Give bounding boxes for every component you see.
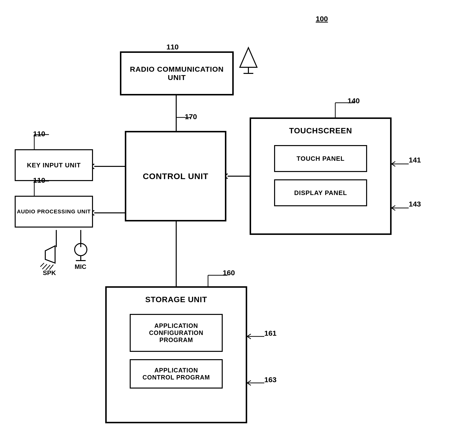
- app-control-program-box: APPLICATION CONTROL PROGRAM: [130, 359, 223, 389]
- ref-110-radio: 110: [166, 43, 179, 51]
- ref-110-key: 110: [33, 130, 45, 138]
- ref-141: 141: [409, 156, 421, 164]
- touch-panel-label: TOUCH PANEL: [297, 155, 345, 162]
- audio-processing-unit-label: AUDIO PROCESSING UNIT: [17, 208, 91, 215]
- svg-line-39: [40, 263, 44, 267]
- display-panel-label: DISPLAY PANEL: [294, 189, 347, 197]
- app-config-program-label: APPLICATION CONFIGURATION PROGRAM: [149, 322, 203, 344]
- control-unit-box: CONTROL UNIT: [125, 131, 226, 221]
- app-config-program-box: APPLICATION CONFIGURATION PROGRAM: [130, 314, 223, 352]
- control-unit-label: CONTROL UNIT: [143, 172, 208, 181]
- key-input-unit-label: KEY INPUT UNIT: [27, 161, 81, 169]
- svg-point-43: [75, 243, 87, 256]
- display-panel-box: DISPLAY PANEL: [274, 179, 367, 206]
- ref-140: 140: [348, 97, 360, 105]
- ref-143: 143: [409, 200, 421, 208]
- audio-processing-unit-box: AUDIO PROCESSING UNIT: [15, 196, 93, 228]
- ref-160: 160: [223, 269, 235, 277]
- radio-comm-unit-box: RADIO COMMUNICATION UNIT: [120, 51, 234, 95]
- svg-marker-13: [240, 48, 257, 67]
- ref-161: 161: [264, 329, 277, 337]
- ref-100: 100: [316, 15, 328, 23]
- svg-line-40: [42, 264, 47, 269]
- spk-label: SPK: [43, 269, 56, 277]
- svg-marker-38: [45, 246, 55, 263]
- ref-110-audio: 110: [33, 176, 45, 184]
- mic-icon: [71, 242, 91, 262]
- ref-170: 170: [185, 113, 197, 121]
- radio-comm-unit-label: RADIO COMMUNICATION UNIT: [121, 65, 232, 82]
- touch-panel-box: TOUCH PANEL: [274, 145, 367, 172]
- app-control-program-label: APPLICATION CONTROL PROGRAM: [142, 367, 210, 381]
- touchscreen-box: TOUCHSCREEN TOUCH PANEL DISPLAY PANEL: [250, 117, 392, 235]
- antenna-icon: [237, 45, 259, 75]
- diagram-container: 100 RADIO COMMUNICATION UNIT 110 KEY INP…: [0, 0, 476, 448]
- storage-unit-box: STORAGE UNIT APPLICATION CONFIGURATION P…: [105, 286, 247, 423]
- speaker-icon: [38, 243, 67, 270]
- mic-label: MIC: [75, 263, 86, 271]
- touchscreen-label: TOUCHSCREEN: [289, 126, 352, 135]
- ref-163: 163: [264, 376, 277, 384]
- storage-unit-label: STORAGE UNIT: [145, 295, 207, 304]
